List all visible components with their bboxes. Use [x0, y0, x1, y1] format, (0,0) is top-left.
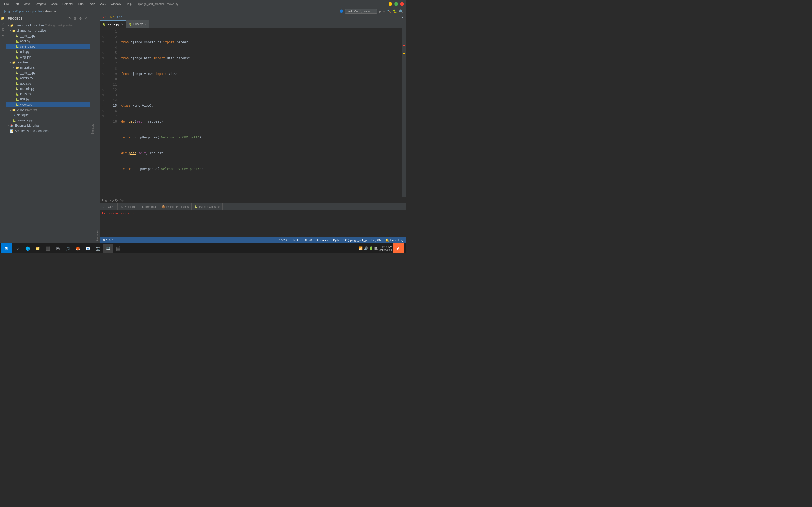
breadcrumb-project[interactable]: django_self_practise: [3, 10, 29, 13]
scrollbar[interactable]: [402, 28, 406, 197]
tab-python-console[interactable]: 🐍 Python Console: [192, 203, 222, 210]
status-event-log[interactable]: 🔔 Event Log: [385, 238, 404, 242]
sidebar-refresh-button[interactable]: ↻: [68, 16, 72, 20]
sidebar-close-button[interactable]: ✕: [84, 16, 88, 20]
tab-python-packages[interactable]: 📦 Python Packages: [159, 203, 192, 210]
tab-views-icon: 🐍: [103, 23, 106, 25]
code-area[interactable]: from django.shortcuts import render from…: [119, 28, 402, 197]
breadcrumb-file[interactable]: views.py: [45, 10, 56, 13]
sidebar-item-migrations[interactable]: ▶ 📁 migrations: [6, 65, 90, 70]
status-language[interactable]: Python 3.8 (django_self_practise) (3): [332, 238, 382, 242]
tab-problems[interactable]: ⚠ Problems: [118, 203, 139, 210]
sidebar-item-admin[interactable]: 🐍 admin.py: [6, 75, 90, 81]
close-button[interactable]: [400, 2, 404, 6]
sidebar-item-root[interactable]: ▼ 📁 django_self_practise C:\django_self_…: [6, 23, 90, 28]
taskbar-edge[interactable]: 🌐: [23, 244, 32, 253]
taskbar-music[interactable]: 🎵: [63, 244, 72, 253]
sidebar-item-django[interactable]: ▼ 📁 django_self_practise: [6, 28, 90, 33]
tab-views-close[interactable]: ✕: [121, 23, 123, 25]
tab-urls-close[interactable]: ✕: [144, 23, 146, 25]
sidebar-settings-button[interactable]: ⚙: [78, 16, 83, 20]
menu-help[interactable]: Help: [123, 2, 134, 6]
sidebar-item-settings[interactable]: 🐍 settings.py: [6, 44, 90, 49]
breadcrumb-practise[interactable]: practise: [32, 10, 42, 13]
scroll-up-icon[interactable]: ▲: [401, 16, 404, 19]
bottom-content: Expression expected: [100, 211, 406, 237]
search-icon[interactable]: 🔍: [399, 9, 403, 13]
menu-navigate[interactable]: Navigate: [32, 2, 48, 6]
taskbar-terminal-app[interactable]: ⬛: [43, 244, 52, 253]
info-count-item[interactable]: ℹ 10: [117, 16, 122, 19]
sidebar-item-views[interactable]: 🐍 views.py: [6, 102, 90, 107]
menu-refactor[interactable]: Refactor: [60, 2, 75, 6]
volume-icon[interactable]: 🔊: [364, 246, 368, 250]
status-line-ending[interactable]: CRLF: [291, 238, 300, 242]
editor-content[interactable]: ▽ ▽ ▽ ▽ ▽ ▽ ▽ ▽ ▽ ▽ ▽ ▽ ▽ ▽: [100, 28, 406, 197]
music-icon: 🎵: [65, 246, 70, 250]
sidebar-item-external[interactable]: ▶ 📚 External Libraries: [6, 123, 90, 128]
ai-logo[interactable]: Ai: [393, 243, 404, 254]
sidebar-item-manage[interactable]: 🐍 manage.py: [6, 118, 90, 123]
add-configuration-button[interactable]: Add Configuration...: [345, 9, 377, 14]
menu-code[interactable]: Code: [49, 2, 60, 6]
activity-bar: 📁 ⎇ 🏗 ★: [0, 15, 6, 243]
sidebar-item-tests[interactable]: 🐍 tests.py: [6, 91, 90, 97]
avatar-icon[interactable]: 👤: [339, 9, 344, 13]
stop-icon[interactable]: ■: [383, 9, 385, 13]
tab-terminal[interactable]: ▶ Terminal: [139, 203, 159, 210]
start-button[interactable]: ⊞: [1, 243, 12, 254]
menu-vcs[interactable]: VCS: [98, 2, 108, 6]
build-icon[interactable]: 🔨: [387, 9, 391, 13]
minimize-button[interactable]: [389, 2, 392, 6]
taskbar-search[interactable]: ○: [13, 244, 22, 253]
taskbar-camera[interactable]: 📷: [93, 244, 103, 253]
warning-count-item[interactable]: ⚠ 1: [109, 16, 114, 19]
vcs-icon[interactable]: ⎇: [1, 22, 5, 26]
sidebar-item-asgi[interactable]: 🐍 asgi.py: [6, 39, 90, 44]
taskbar-clock[interactable]: 11:47 AM 6/13/2021: [379, 245, 392, 251]
run-icon[interactable]: ▶: [378, 9, 382, 13]
sidebar-item-venv[interactable]: ▶ 📁 venv library root: [6, 107, 90, 112]
sidebar-item-practise[interactable]: ▼ 📁 practise: [6, 60, 90, 65]
menu-run[interactable]: Run: [76, 2, 86, 6]
structure-icon[interactable]: 🏗: [1, 27, 5, 32]
sidebar-item-db[interactable]: 🗄 db.sqlite3: [6, 112, 90, 118]
menu-window[interactable]: Window: [108, 2, 123, 6]
status-position[interactable]: 15:23: [278, 238, 288, 242]
taskbar-firefox[interactable]: 🦊: [73, 244, 83, 253]
sidebar-item-init2[interactable]: 🐍 __init__.py: [6, 70, 90, 75]
taskbar-apps: ○ 🌐 📁 ⬛ 🎮 🎵 🦊 📧 📷 💻 🎬: [13, 244, 123, 253]
sidebar-tools: ↻ ⊞ ⚙ ✕: [68, 16, 88, 20]
sidebar-item-urls2[interactable]: 🐍 urls.py: [6, 97, 90, 102]
taskbar-pycharm[interactable]: 💻: [103, 244, 113, 253]
menu-tools[interactable]: Tools: [86, 2, 97, 6]
taskbar-mail[interactable]: 📧: [83, 244, 93, 253]
menu-view[interactable]: View: [21, 2, 32, 6]
menu-file[interactable]: File: [2, 2, 11, 6]
error-count-item[interactable]: ✕ 1: [102, 16, 107, 19]
battery-icon[interactable]: 🔋: [369, 246, 373, 250]
favorites-icon[interactable]: ★: [1, 33, 5, 38]
menu-edit[interactable]: Edit: [12, 2, 21, 6]
taskbar-game[interactable]: 🎮: [53, 244, 62, 253]
network-icon[interactable]: 📶: [358, 246, 363, 250]
taskbar-video[interactable]: 🎬: [113, 244, 123, 253]
taskbar-explorer[interactable]: 📁: [33, 244, 42, 253]
sidebar-item-models[interactable]: 🐍 models.py: [6, 86, 90, 91]
debug-icon[interactable]: 🐛: [393, 9, 397, 13]
project-icon[interactable]: 📁: [1, 16, 5, 20]
sidebar-item-urls1[interactable]: 🐍 urls.py: [6, 49, 90, 54]
status-encoding[interactable]: UTF-8: [303, 238, 313, 242]
sidebar-item-wsgi[interactable]: 🐍 wsgi.py: [6, 54, 90, 60]
tab-urls-py[interactable]: 🐍 urls.py ✕: [126, 20, 149, 28]
sidebar-item-scratches[interactable]: 📝 Scratches and Consoles: [6, 128, 90, 133]
sidebar-item-init1[interactable]: 🐍 __init__.py: [6, 33, 90, 39]
sidebar-item-apps[interactable]: 🐍 apps.py: [6, 81, 90, 86]
tab-views-py[interactable]: 🐍 views.py ✕: [100, 20, 126, 28]
maximize-button[interactable]: [394, 2, 398, 6]
lang-icon[interactable]: EN: [374, 247, 378, 250]
status-errors[interactable]: ✕ 1 ⚠ 1: [102, 238, 114, 242]
sidebar-collapse-button[interactable]: ⊞: [73, 16, 77, 20]
tab-todo[interactable]: ☑ TODO: [100, 203, 118, 210]
status-indent[interactable]: 4 spaces: [316, 238, 329, 242]
